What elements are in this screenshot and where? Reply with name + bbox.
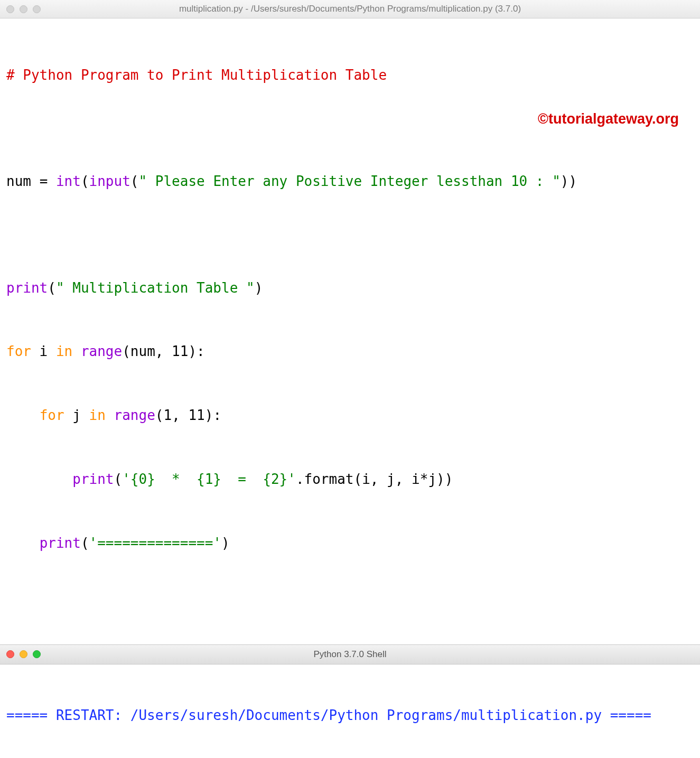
editor-titlebar: multiplication.py - /Users/suresh/Docume…: [0, 0, 700, 18]
watermark: ©tutorialgateway.org: [538, 108, 679, 130]
editor-window: multiplication.py - /Users/suresh/Docume…: [0, 0, 700, 644]
shell-titlebar: Python 3.7.0 Shell: [0, 644, 700, 665]
code-line: num = int(input(" Please Enter any Posit…: [6, 171, 694, 192]
code-line: for i in range(num, 11):: [6, 341, 694, 362]
close-icon[interactable]: [6, 650, 14, 658]
restart-line: ===== RESTART: /Users/suresh/Documents/P…: [6, 706, 694, 725]
code-line: print('{0} * {1} = {2}'.format(i, j, i*j…: [6, 469, 694, 490]
code-line: print(" Multiplication Table "): [6, 277, 694, 298]
code-line: for j in range(1, 11):: [6, 405, 694, 426]
code-line: print('=============='): [6, 532, 694, 554]
minimize-icon[interactable]: [20, 650, 27, 658]
shell-console[interactable]: ===== RESTART: /Users/suresh/Documents/P…: [0, 665, 700, 758]
shell-window: Python 3.7.0 Shell ===== RESTART: /Users…: [0, 644, 700, 758]
zoom-icon[interactable]: [33, 650, 41, 658]
shell-traffic-lights: [6, 650, 41, 658]
close-icon[interactable]: [6, 5, 14, 13]
editor-traffic-lights: [6, 5, 41, 13]
editor-window-title: multiplication.py - /Users/suresh/Docume…: [0, 4, 700, 14]
code-line: # Python Program to Print Multiplication…: [6, 64, 694, 86]
code-comment: # Python Program to Print Multiplication…: [6, 67, 387, 83]
code-editor[interactable]: # Python Program to Print Multiplication…: [0, 18, 700, 644]
shell-window-title: Python 3.7.0 Shell: [0, 649, 700, 660]
minimize-icon[interactable]: [20, 5, 27, 13]
zoom-icon[interactable]: [33, 5, 41, 13]
